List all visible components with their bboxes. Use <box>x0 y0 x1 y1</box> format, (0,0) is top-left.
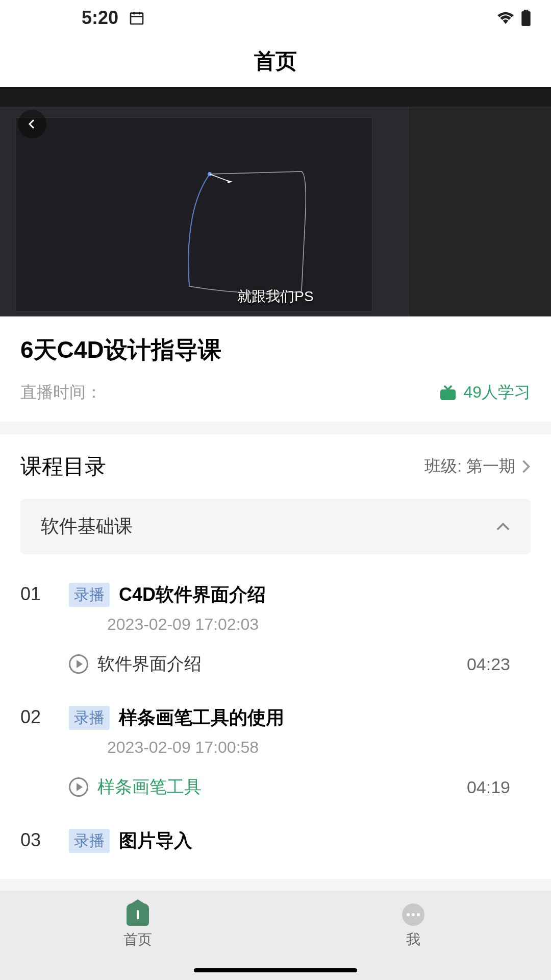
svg-line-7 <box>210 174 230 182</box>
course-title: 6天C4D设计指导课 <box>20 334 531 366</box>
calendar-icon <box>129 10 145 26</box>
sub-lesson-duration: 04:23 <box>467 654 510 674</box>
play-icon <box>69 654 88 674</box>
chevron-left-icon <box>26 118 38 130</box>
sub-lesson-name: 软件界面介绍 <box>97 652 202 676</box>
page-header: 首页 <box>0 36 551 87</box>
video-app-toolbar <box>0 87 551 107</box>
nav-home[interactable]: 首页 <box>0 891 276 980</box>
lesson-badge: 录播 <box>69 706 110 730</box>
play-icon <box>69 777 88 797</box>
home-indicator[interactable] <box>194 968 357 972</box>
lesson-item[interactable]: 02 录播 样条画笔工具的使用 2023-02-09 17:00:58 样条画笔… <box>20 698 531 821</box>
catalog-title: 课程目录 <box>20 452 106 481</box>
chevron-up-icon <box>496 522 510 531</box>
video-side-panel <box>408 107 551 316</box>
student-count: 49人学习 <box>439 381 531 404</box>
home-icon <box>127 903 149 926</box>
sub-lesson-duration: 04:19 <box>467 777 510 797</box>
lesson-number: 03 <box>20 828 69 861</box>
lesson-item[interactable]: 03 录播 图片导入 <box>20 821 531 879</box>
me-icon <box>402 903 424 926</box>
lesson-number: 02 <box>20 705 69 803</box>
lesson-badge: 录播 <box>69 829 110 853</box>
broadcast-time-label: 直播时间： <box>20 381 102 404</box>
sub-lesson-name: 样条画笔工具 <box>97 775 202 799</box>
status-right <box>497 10 531 26</box>
svg-rect-8 <box>440 389 456 400</box>
nav-me[interactable]: 我 <box>276 891 551 980</box>
lesson-name: C4D软件界面介绍 <box>119 582 266 607</box>
course-info: 6天C4D设计指导课 直播时间： 49人学习 <box>0 316 551 422</box>
lesson-item[interactable]: 01 录播 C4D软件界面介绍 2023-02-09 17:02:03 软件界面… <box>20 575 531 698</box>
svg-rect-4 <box>521 11 530 26</box>
battery-icon <box>521 10 531 26</box>
tv-icon <box>439 384 457 401</box>
status-time: 5:20 <box>82 7 118 29</box>
lesson-content: 录播 图片导入 <box>69 828 531 861</box>
lesson-sub-item[interactable]: 软件界面介绍 04:23 <box>69 648 531 680</box>
course-meta: 直播时间： 49人学习 <box>20 381 531 404</box>
lesson-number: 01 <box>20 582 69 680</box>
section-header[interactable]: 软件基础课 <box>20 499 531 554</box>
class-selector[interactable]: 班级: 第一期 <box>424 455 531 478</box>
lesson-sub-item[interactable]: 样条画笔工具 04:19 <box>69 771 531 803</box>
lesson-content: 录播 C4D软件界面介绍 2023-02-09 17:02:03 软件界面介绍 … <box>69 582 531 680</box>
catalog-header: 课程目录 班级: 第一期 <box>20 452 531 481</box>
lesson-sub-left: 样条画笔工具 <box>69 775 202 799</box>
section-title: 软件基础课 <box>41 514 133 539</box>
video-player[interactable]: 就跟我们PS <box>0 87 551 316</box>
svg-rect-5 <box>524 10 529 12</box>
chevron-right-icon <box>521 459 531 474</box>
nav-me-label: 我 <box>406 930 420 949</box>
lesson-content: 录播 样条画笔工具的使用 2023-02-09 17:00:58 样条画笔工具 … <box>69 705 531 803</box>
lesson-date: 2023-02-09 17:00:58 <box>107 738 531 757</box>
lesson-name: 样条画笔工具的使用 <box>119 705 284 730</box>
nav-home-label: 首页 <box>123 930 152 949</box>
class-label: 班级: 第一期 <box>424 455 515 478</box>
video-subtitle: 就跟我们PS <box>237 287 313 306</box>
header-title: 首页 <box>254 47 297 76</box>
lesson-title-row: 录播 样条画笔工具的使用 <box>69 705 531 730</box>
bottom-nav: 首页 我 <box>0 891 551 980</box>
lesson-date: 2023-02-09 17:02:03 <box>107 615 531 634</box>
video-viewport <box>15 117 372 311</box>
status-left: 5:20 <box>82 7 145 29</box>
lesson-title-row: 录播 图片导入 <box>69 828 531 853</box>
status-bar: 5:20 <box>0 0 551 36</box>
lesson-title-row: 录播 C4D软件界面介绍 <box>69 582 531 607</box>
svg-rect-0 <box>131 13 143 24</box>
lesson-name: 图片导入 <box>119 828 192 853</box>
lesson-badge: 录播 <box>69 583 110 607</box>
catalog-section: 课程目录 班级: 第一期 软件基础课 01 录播 C4D软件界面介绍 2023-… <box>0 434 551 879</box>
wifi-icon <box>497 12 514 24</box>
student-count-text: 49人学习 <box>463 381 531 404</box>
lesson-sub-left: 软件界面介绍 <box>69 652 202 676</box>
video-back-button[interactable] <box>18 110 46 138</box>
